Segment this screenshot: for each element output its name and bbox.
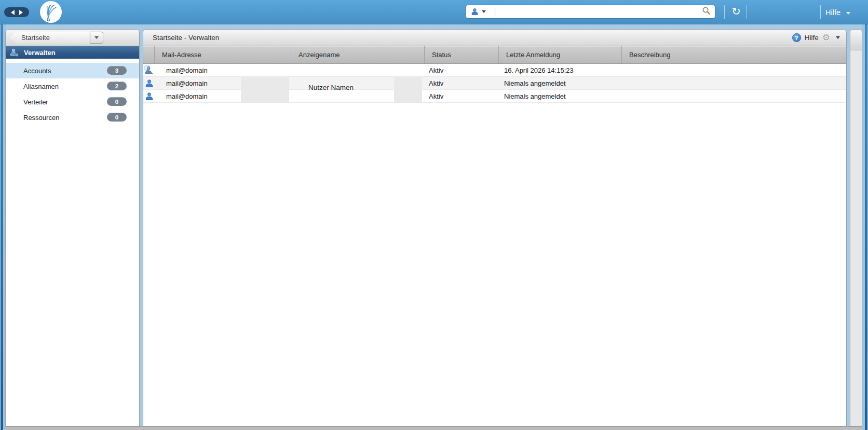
cell-status: Aktiv bbox=[425, 92, 499, 100]
count-badge: 0 bbox=[107, 97, 127, 106]
anzeigename-overlay-label: Nutzer Namen bbox=[308, 77, 354, 98]
window-edge-right-stripe bbox=[865, 24, 867, 430]
sidebar-item-verteiler[interactable]: Verteiler 0 bbox=[6, 94, 139, 110]
search-box bbox=[466, 5, 715, 19]
topbar-divider bbox=[747, 5, 747, 19]
history-nav bbox=[4, 7, 29, 17]
admin-user-icon bbox=[143, 65, 155, 75]
column-header-letzte-anmeldung[interactable]: Letzte Anmeldung bbox=[499, 46, 622, 63]
count-badge: 2 bbox=[107, 82, 127, 90]
cell-letzte-anmeldung: Niemals angemeldet bbox=[499, 79, 622, 87]
user-icon bbox=[143, 92, 155, 101]
page-title: Startseite - Verwalten bbox=[153, 34, 219, 42]
search-scope-caret-icon bbox=[482, 10, 486, 13]
nav-forward-icon[interactable] bbox=[19, 10, 23, 15]
column-header-mail-adresse[interactable]: Mail-Adresse bbox=[155, 46, 291, 63]
vertical-scrollbar[interactable] bbox=[850, 29, 862, 426]
help-menu-caret-icon bbox=[846, 12, 850, 15]
sidebar-item-aliasnamen[interactable]: Aliasnamen 2 bbox=[6, 78, 139, 94]
sidebar-section-label: Verwalten bbox=[24, 49, 56, 57]
sidebar-header: Startseite bbox=[6, 30, 139, 46]
help-menu-label: Hilfe bbox=[825, 8, 840, 17]
panel-menu-caret-icon[interactable] bbox=[836, 36, 840, 39]
breadcrumb-back-button[interactable]: Startseite bbox=[10, 32, 89, 44]
column-header-anzeigename[interactable]: Anzeigename bbox=[291, 46, 425, 63]
main-panel: Startseite - Verwalten ? Hilfe ⚙ Mail-Ad… bbox=[143, 29, 847, 426]
help-menu[interactable]: Hilfe bbox=[825, 0, 850, 24]
cell-status: Aktiv bbox=[425, 79, 499, 87]
count-badge: 0 bbox=[107, 113, 127, 122]
search-scope-user-icon bbox=[471, 8, 479, 16]
topbar-divider bbox=[724, 5, 725, 19]
search-scope-selector[interactable] bbox=[466, 8, 490, 16]
window-bottom-edge bbox=[6, 426, 862, 430]
sidebar-item-label: Aliasnamen bbox=[23, 83, 59, 90]
table-body: mail@domain Aktiv 16. April 2026 14:15:2… bbox=[143, 64, 846, 103]
redaction-box bbox=[241, 77, 289, 102]
sidebar-item-label: Verteiler bbox=[23, 98, 48, 106]
main-header: Startseite - Verwalten ? Hilfe ⚙ bbox=[143, 30, 846, 46]
sidebar-item-accounts[interactable]: Accounts 3 bbox=[6, 63, 139, 78]
refresh-button[interactable]: ↻ bbox=[728, 4, 744, 19]
sidebar-list: Accounts 3 Aliasnamen 2 Verteiler 0 Ress… bbox=[6, 59, 139, 125]
breadcrumb-label: Startseite bbox=[21, 34, 50, 42]
cell-mail-adresse: mail@domain bbox=[155, 66, 291, 74]
table-row[interactable]: mail@domain Aktiv 16. April 2026 14:15:2… bbox=[143, 64, 846, 77]
manage-users-icon bbox=[10, 48, 19, 57]
sidebar-item-label: Ressourcen bbox=[23, 114, 59, 122]
cell-letzte-anmeldung: 16. April 2026 14:15:23 bbox=[499, 66, 622, 74]
gear-icon[interactable]: ⚙ bbox=[822, 33, 830, 42]
app-logo bbox=[39, 1, 62, 23]
cell-letzte-anmeldung: Niemals angemeldet bbox=[499, 92, 622, 100]
user-icon bbox=[143, 79, 155, 88]
nav-back-icon[interactable] bbox=[11, 10, 15, 15]
help-icon[interactable]: ? bbox=[792, 33, 801, 42]
column-header-beschreibung[interactable]: Beschreibung bbox=[622, 46, 846, 63]
search-icon[interactable] bbox=[702, 6, 711, 17]
app-window: ↻ Hilfe Startseite bbox=[0, 0, 868, 430]
sidebar-item-ressourcen[interactable]: Ressourcen 0 bbox=[6, 110, 139, 125]
scrollbar-header-cap bbox=[850, 30, 862, 50]
count-badge: 3 bbox=[107, 66, 127, 75]
search-input[interactable] bbox=[495, 6, 702, 18]
top-bar: ↻ Hilfe bbox=[0, 0, 868, 24]
column-header-icon[interactable] bbox=[143, 46, 155, 63]
main-help-label[interactable]: Hilfe bbox=[805, 34, 819, 42]
column-header-status[interactable]: Status bbox=[425, 46, 499, 63]
breadcrumb-dropdown-button[interactable] bbox=[90, 32, 103, 44]
cell-status: Aktiv bbox=[425, 66, 499, 74]
redaction-box bbox=[394, 77, 422, 102]
topbar-divider bbox=[820, 5, 821, 19]
window-edge-right-inner bbox=[862, 24, 865, 430]
breadcrumb-caret-icon bbox=[94, 36, 99, 39]
sidebar-item-label: Accounts bbox=[23, 67, 51, 75]
sidebar-panel: Startseite Verwalten bbox=[5, 29, 140, 426]
sidebar-section-verwalten[interactable]: Verwalten bbox=[6, 46, 139, 59]
table-header: Mail-Adresse Anzeigename Status Letzte A… bbox=[143, 46, 846, 64]
